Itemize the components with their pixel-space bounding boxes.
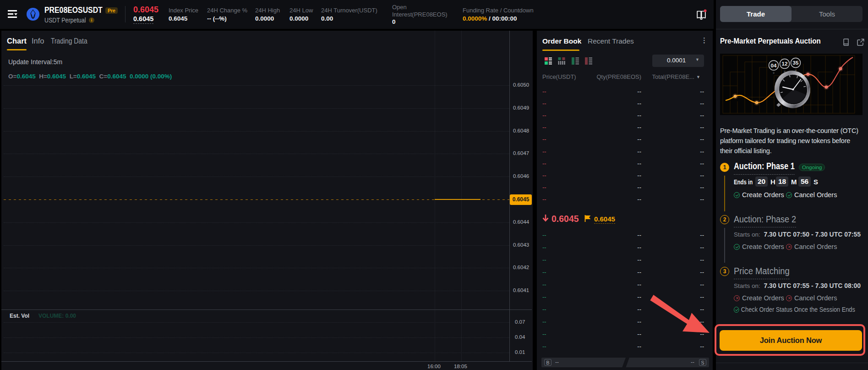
svg-text:35: 35	[793, 60, 799, 66]
svg-text:H: H	[784, 71, 785, 73]
svg-text:M: M	[795, 70, 797, 72]
svg-text:04: 04	[771, 63, 777, 68]
svg-text:12: 12	[782, 61, 788, 66]
